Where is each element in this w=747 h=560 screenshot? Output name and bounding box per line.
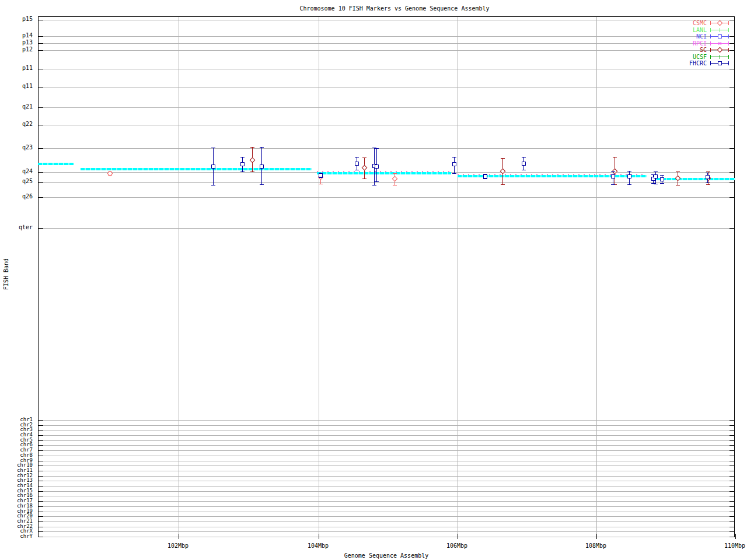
left-tick (39, 445, 43, 446)
left-tick (39, 531, 43, 532)
assembly-segment-2 (81, 168, 312, 170)
right-tick (729, 425, 734, 426)
left-tick (39, 522, 43, 522)
error-cap-top (627, 171, 631, 172)
left-tick (39, 450, 43, 451)
square-marker (660, 177, 664, 181)
band-label-q23: q23 (0, 145, 33, 150)
band-p13-gridline (39, 43, 734, 44)
band-p12-gridline (39, 50, 734, 51)
band-qter-gridline (39, 228, 734, 229)
legend-cap-right (728, 28, 729, 32)
x-tick-106 (458, 534, 458, 539)
left-tick (39, 50, 43, 51)
left-tick (39, 125, 43, 125)
band-label-q21: q21 (0, 104, 33, 110)
vgridline-104 (319, 17, 319, 537)
row-chr11-gridline (39, 471, 734, 471)
right-tick (729, 69, 734, 69)
left-tick (39, 456, 43, 456)
vgridline-102 (179, 17, 179, 537)
error-cap-top (393, 173, 397, 174)
left-tick (39, 172, 43, 173)
row-chr5-gridline (39, 440, 734, 441)
right-tick (729, 481, 734, 481)
error-cap-bottom (375, 181, 379, 182)
right-tick (729, 501, 734, 502)
x-tick-110 (735, 534, 736, 539)
square-marker (718, 61, 722, 65)
assembly-segment-3-dots (317, 171, 451, 172)
band-q11-gridline (39, 87, 734, 88)
legend-label-NCI: NCI (668, 33, 707, 40)
x-tick-label-104: 104Mbp (297, 542, 339, 550)
error-cap-bottom (362, 178, 366, 179)
error-cap-top (706, 173, 710, 173)
diamond-marker (717, 20, 723, 26)
row-chr6-gridline (39, 445, 734, 446)
band-q23-gridline (39, 148, 734, 149)
left-tick (39, 420, 43, 421)
error-cap-top (611, 171, 615, 172)
left-tick (39, 476, 43, 477)
right-tick (729, 471, 734, 471)
square-marker (240, 162, 245, 166)
legend-cap-left (710, 34, 711, 38)
plus-marker-v (720, 55, 720, 59)
legend-cap-left (710, 41, 711, 46)
square-marker (260, 164, 264, 169)
left-tick (39, 197, 43, 198)
error-cap-top (706, 172, 710, 172)
legend-cap-left (710, 21, 711, 25)
error-cap-top (660, 175, 664, 176)
right-tick (729, 512, 734, 512)
right-tick (729, 522, 734, 522)
error-cap-bottom (319, 177, 323, 178)
square-marker (375, 164, 379, 169)
right-tick (729, 420, 734, 421)
right-tick (729, 125, 734, 125)
legend-label-FHCRC: FHCRC (668, 60, 707, 66)
right-tick (729, 466, 734, 466)
legend-label-SC: SC (668, 47, 707, 53)
left-tick (39, 481, 43, 481)
error-cap-bottom (501, 184, 505, 185)
chart-title: Chromosome 10 FISH Markers vs Genome Seq… (44, 5, 745, 12)
error-cap-bottom (483, 178, 487, 179)
error-cap-bottom (627, 184, 631, 185)
left-tick (39, 69, 43, 69)
error-cap-top (250, 147, 254, 148)
band-label-p13: p13 (0, 40, 33, 46)
legend-sample-LANL (710, 27, 729, 33)
left-tick (39, 506, 43, 507)
error-cap-bottom (452, 173, 456, 174)
error-cap-bottom (676, 185, 680, 186)
band-q25-gridline (39, 182, 734, 183)
legend-cap-right (728, 48, 729, 52)
plus-marker-v (720, 28, 720, 32)
error-cap-top (613, 157, 617, 158)
x-tick-label-108: 108Mbp (575, 542, 617, 550)
left-tick (39, 20, 43, 20)
left-tick (39, 440, 43, 441)
error-cap-bottom (706, 184, 710, 185)
error-cap-bottom (372, 185, 376, 186)
legend-cap-left (710, 28, 711, 32)
row-chr1-gridline (39, 420, 734, 421)
left-tick (39, 435, 43, 436)
row-chr14-gridline (39, 486, 734, 487)
assembly-segment-1 (38, 163, 74, 165)
row-chr16-gridline (39, 496, 734, 496)
band-q22-gridline (39, 125, 734, 125)
error-cap-bottom (319, 184, 323, 184)
right-tick (729, 228, 734, 229)
error-cap-bottom (522, 170, 526, 170)
left-tick (39, 466, 43, 466)
legend-cap-left (710, 61, 711, 65)
legend-label-UCSF: UCSF (668, 54, 707, 60)
legend-sample-FHCRC (710, 61, 729, 66)
left-tick (39, 516, 43, 517)
right-tick (729, 87, 734, 88)
right-tick (729, 445, 734, 446)
error-cap-top (654, 172, 658, 172)
